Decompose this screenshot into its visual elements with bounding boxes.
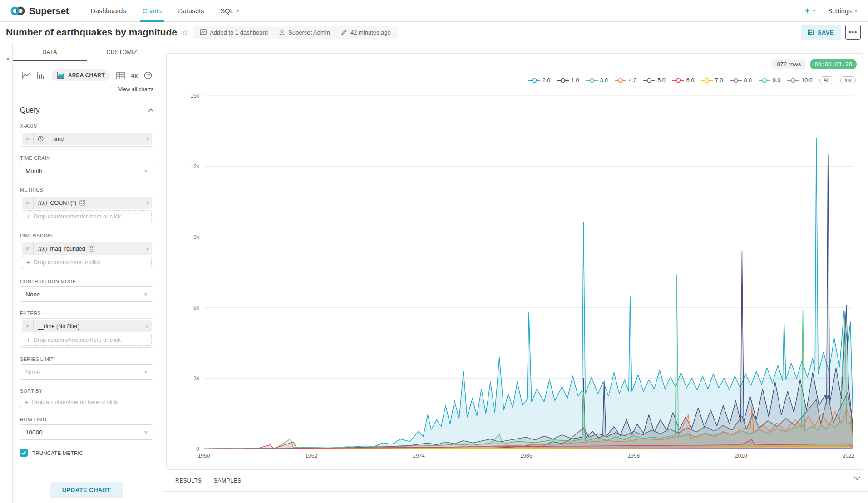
nav-right: +▼ Settings▼ (805, 6, 858, 15)
remove-icon[interactable]: × (22, 133, 34, 145)
time-grain-select[interactable]: Month ▼ (20, 163, 153, 178)
metrics-field: METRICS × f(x) COUNT(*) › + Drop columns… (20, 187, 153, 224)
chevron-right-icon: › (146, 323, 152, 330)
table-icon[interactable] (116, 72, 125, 79)
viz-type-row: AREA CHART 4k (20, 69, 153, 81)
chevron-down-icon: ▼ (236, 9, 240, 13)
plus-icon: + (26, 213, 30, 220)
owner-badge[interactable]: Superset Admin (279, 29, 330, 36)
field-label: FILTERS (20, 311, 153, 316)
contribution-mode-field: CONTRIBUTION MODE None ▼ (20, 279, 153, 302)
field-label: METRICS (20, 187, 153, 192)
chevron-right-icon: › (146, 245, 152, 252)
pie-chart-icon[interactable] (144, 71, 152, 79)
chevron-down-icon: ▼ (812, 9, 816, 13)
nav-item-sql[interactable]: SQL▼ (212, 0, 248, 22)
top-navbar: Superset Dashboards Charts Datasets SQL▼… (0, 0, 868, 22)
field-label: X-AXIS (20, 123, 153, 128)
function-icon: f(x) (38, 246, 47, 252)
superset-logo[interactable]: Superset (10, 5, 69, 16)
row-limit-field: ROW LIMIT 10000 ▼ (20, 417, 153, 440)
viz-type-area-chart[interactable]: AREA CHART (51, 69, 110, 81)
time-grain-field: TIME GRAIN Month ▼ (20, 155, 153, 178)
line-chart-icon[interactable] (21, 71, 30, 79)
truncate-metric-label: TRUNCATE METRIC (32, 450, 83, 456)
datasource-gutter: ⇥ (0, 43, 13, 503)
viz-type-4k[interactable]: 4k (131, 72, 138, 79)
tab-data[interactable]: DATA (13, 43, 87, 61)
new-item-button[interactable]: +▼ (805, 6, 816, 15)
tab-customize[interactable]: CUSTOMIZE (87, 43, 161, 61)
control-panel: DATA CUSTOMIZE AREA CHART 4k View all ch… (13, 43, 161, 503)
collapse-panel-chevron-icon[interactable] (853, 476, 861, 480)
favorite-star-icon[interactable]: ☆ (182, 28, 188, 37)
control-panel-body: AREA CHART 4k View all charts Query X-AX… (13, 69, 161, 457)
clock-icon (38, 136, 44, 142)
nav-item-charts[interactable]: Charts (134, 0, 170, 22)
divider (13, 99, 161, 99)
calculator-icon (89, 246, 94, 252)
chevron-down-icon: ▼ (143, 430, 148, 435)
expand-datasource-icon[interactable]: ⇥ (0, 55, 12, 63)
sort-by-drop-zone[interactable]: + Drop a column/metric here or click (20, 396, 153, 408)
tab-results[interactable]: RESULTS (175, 478, 202, 491)
chevron-down-icon: ▼ (143, 370, 148, 375)
area-chart-svg[interactable]: 03k6k9k12k15k195019621974198619982010202… (167, 54, 864, 470)
dashboards-badge[interactable]: Added to 1 dashboard (200, 29, 268, 36)
svg-text:1950: 1950 (198, 453, 210, 459)
svg-text:2022: 2022 (843, 453, 855, 459)
nav-item-dashboards[interactable]: Dashboards (82, 0, 134, 22)
field-label: ROW LIMIT (20, 417, 153, 422)
filter-option-time[interactable]: × __time (No filter) › (22, 320, 152, 332)
filters-drop-zone[interactable]: + Drop columns/metrics here or click (22, 334, 152, 346)
remove-icon[interactable]: × (22, 197, 34, 209)
save-button[interactable]: SAVE (801, 25, 841, 40)
dimension-option-mag-rounded[interactable]: × f(x) mag_rounded › (22, 242, 152, 255)
bar-chart-icon[interactable] (37, 71, 45, 79)
svg-text:2010: 2010 (735, 453, 747, 459)
field-label: TIME GRAIN (20, 155, 153, 161)
nav-menu: Dashboards Charts Datasets SQL▼ (82, 0, 248, 22)
svg-text:1962: 1962 (305, 453, 317, 459)
contribution-mode-select[interactable]: None ▼ (20, 286, 153, 302)
svg-text:1986: 1986 (520, 453, 533, 459)
more-options-button[interactable]: ••• (845, 25, 861, 40)
dimensions-field: DIMENSIONS × f(x) mag_rounded › + Drop c… (20, 233, 153, 270)
series-limit-select[interactable]: None ▼ (20, 364, 153, 380)
chevron-right-icon: › (146, 199, 152, 206)
field-label: DIMENSIONS (20, 233, 153, 238)
chevron-down-icon: ▼ (854, 9, 858, 13)
chevron-down-icon: ▼ (143, 168, 148, 173)
header-actions: SAVE ••• (801, 25, 861, 40)
field-label: SERIES LIMIT (20, 356, 153, 362)
svg-text:1974: 1974 (413, 453, 425, 459)
svg-text:12k: 12k (191, 163, 200, 170)
view-all-charts-link[interactable]: View all charts (118, 86, 153, 93)
plus-icon: + (26, 336, 30, 344)
chevron-right-icon: › (146, 135, 152, 142)
nav-item-datasets[interactable]: Datasets (170, 0, 212, 22)
truncate-metric-control[interactable]: TRUNCATE METRIC (20, 449, 153, 457)
row-limit-select[interactable]: 10000 ▼ (20, 424, 153, 440)
tab-samples[interactable]: SAMPLES (214, 478, 242, 491)
svg-text:9k: 9k (193, 234, 200, 240)
x-axis-option-time[interactable]: × __time › (22, 133, 152, 145)
remove-icon[interactable]: × (22, 242, 34, 255)
dimensions-drop-zone[interactable]: + Drop columns here or click (22, 256, 152, 268)
svg-text:3k: 3k (193, 375, 200, 381)
query-section-header[interactable]: Query (20, 106, 153, 114)
checkbox-checked-icon[interactable] (20, 449, 28, 457)
x-axis-field: X-AXIS × __time › (20, 123, 153, 147)
infinity-logo-icon (10, 6, 25, 16)
field-label: SORT BY (20, 388, 153, 394)
dashboard-icon (200, 29, 207, 35)
metric-option-count[interactable]: × f(x) COUNT(*) › (22, 197, 152, 209)
metrics-drop-zone[interactable]: + Drop columns/metrics here or click (22, 210, 152, 222)
last-modified-badge[interactable]: 42 minutes ago (341, 29, 391, 36)
settings-menu[interactable]: Settings▼ (828, 7, 858, 15)
area-chart-icon (56, 72, 65, 79)
update-chart-button[interactable]: UPDATE CHART (50, 482, 123, 498)
remove-icon[interactable]: × (22, 320, 34, 332)
plus-icon: + (26, 259, 30, 266)
control-panel-tabs: DATA CUSTOMIZE (13, 43, 161, 61)
